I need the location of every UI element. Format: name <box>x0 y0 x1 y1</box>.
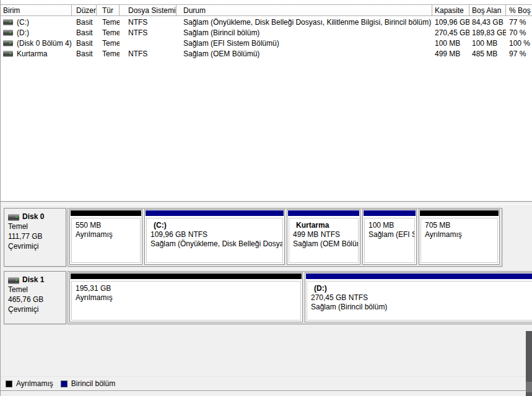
column-header-durum[interactable]: Durum <box>177 5 432 15</box>
partition-label: (D:) <box>311 284 530 293</box>
volume-list-pane: Birim Düzen Tür Dosya Sistemi Durum Kapa… <box>1 0 532 201</box>
disk0-info-panel[interactable]: Disk 0 Temel 111,77 GB Çevrimiçi <box>4 208 66 267</box>
partition-status: Sağlam (OEM Bölün <box>293 239 354 249</box>
partition-size: 499 MB NTFS <box>293 230 354 239</box>
volume-status: Sağlam (Önyükleme, Disk Belleği Dosyası,… <box>177 17 432 27</box>
volume-status: Sağlam (OEM Bölümü) <box>177 48 432 59</box>
column-header-dosya-sistemi[interactable]: Dosya Sistemi <box>120 5 177 15</box>
unallocated-band <box>71 273 302 279</box>
partition-kurtarma[interactable]: Kurtarma 499 MB NTFS Sağlam (OEM Bölün <box>287 209 360 265</box>
column-header-duzen[interactable]: Düzen <box>72 5 97 15</box>
volume-name: Kurtarma <box>17 50 47 58</box>
unallocated-band <box>71 210 141 216</box>
disk1-info-panel[interactable]: Disk 1 Temel 465,76 GB Çevrimiçi <box>4 271 66 324</box>
partition-size: 109,96 GB NTFS <box>150 230 279 239</box>
volume-type: Temel <box>97 48 120 59</box>
volume-capacity: 499 MB <box>432 48 469 59</box>
disk-type: Temel <box>8 285 62 295</box>
disk-size: 111,77 GB <box>8 231 62 241</box>
volume-layout: Basit <box>72 48 97 59</box>
volume-pct-free: 77 % <box>506 17 532 27</box>
partition-unallocated[interactable]: 705 MB Ayrılmamış <box>419 209 500 265</box>
volume-row-kurtarma[interactable]: Kurtarma Basit Temel NTFS Sağlam (OEM Bö… <box>1 48 532 59</box>
volume-pct-free: 97 % <box>506 48 532 59</box>
partition-status: Sağlam (Birincil bölüm) <box>311 303 530 312</box>
volume-rows: (C:) Basit Temel NTFS Sağlam (Önyükleme,… <box>1 17 532 59</box>
volume-fs: NTFS <box>120 27 177 38</box>
volume-icon <box>3 19 13 25</box>
partition-status: Ayrılmamış <box>76 293 297 303</box>
volume-fs <box>120 38 177 48</box>
volume-capacity: 100 MB <box>432 38 469 48</box>
volume-pct-free: 70 % <box>506 27 532 38</box>
volume-free: 84,43 GB <box>469 17 506 27</box>
volume-layout: Basit <box>72 27 97 38</box>
partition-efi[interactable]: 100 MB Sağlam (EFI Sis <box>362 209 417 265</box>
partition-status: Sağlam (EFI Sis <box>368 230 411 239</box>
volume-type: Temel <box>97 38 120 48</box>
partition-size: 195,31 GB <box>76 284 297 293</box>
column-header-tur[interactable]: Tür <box>97 5 120 15</box>
volume-free: 189,83 GB <box>469 27 506 38</box>
partition-size: 550 MB <box>76 221 136 230</box>
primary-band <box>146 210 284 216</box>
background-window-edge <box>526 331 532 396</box>
disk0-partitions: 550 MB Ayrılmamış (C:) 109,96 GB NTFS Sa… <box>68 208 502 267</box>
partition-d[interactable]: (D:) 270,45 GB NTFS Sağlam (Birincil böl… <box>305 272 532 322</box>
primary-band <box>306 273 532 279</box>
legend-item-unallocated: Ayrılmamış <box>6 379 53 388</box>
partition-status: Sağlam (Önyükleme, Disk Belleği Dosyas <box>150 239 279 249</box>
legend-label: Ayrılmamış <box>16 379 53 388</box>
volume-capacity: 270,45 GB <box>432 27 469 38</box>
volume-name: (Disk 0 Bölüm 4) <box>17 39 72 48</box>
column-header-bos-alan[interactable]: Boş Alan <box>469 5 506 15</box>
partition-size: 705 MB <box>425 221 494 230</box>
bottom-strip <box>1 392 532 396</box>
disk0-row: Disk 0 Temel 111,77 GB Çevrimiçi 550 MB … <box>4 208 532 267</box>
volume-status: Sağlam (EFI Sistem Bölümü) <box>177 38 432 48</box>
partition-status: Ayrılmamış <box>76 230 136 239</box>
disk-management-window: Birim Düzen Tür Dosya Sistemi Durum Kapa… <box>0 0 532 396</box>
disk-icon <box>8 214 19 220</box>
graphical-view-pane: Disk 0 Temel 111,77 GB Çevrimiçi 550 MB … <box>1 205 532 376</box>
column-header-birim[interactable]: Birim <box>1 5 72 15</box>
partition-label: (C:) <box>150 221 279 230</box>
unallocated-swatch <box>6 381 12 387</box>
legend-bar: Ayrılmamış Birincil bölüm <box>1 376 532 391</box>
volume-status: Sağlam (Birincil bölüm) <box>177 27 432 38</box>
disk1-partitions: 195,31 GB Ayrılmamış (D:) 270,45 GB NTFS… <box>68 271 532 324</box>
partition-unallocated[interactable]: 550 MB Ayrılmamış <box>69 209 142 265</box>
disk-type: Temel <box>8 222 62 231</box>
volume-icon <box>3 51 13 56</box>
partition-status: Ayrılmamış <box>425 230 494 239</box>
primary-partition-swatch <box>61 381 68 387</box>
partition-unallocated[interactable]: 195,31 GB Ayrılmamış <box>69 272 303 322</box>
volume-type: Temel <box>97 27 120 38</box>
volume-layout: Basit <box>72 38 97 48</box>
disk1-row: Disk 1 Temel 465,76 GB Çevrimiçi 195,31 … <box>4 271 532 324</box>
disk-size: 465,76 GB <box>8 295 62 304</box>
volume-icon <box>3 30 13 35</box>
volume-icon <box>3 40 13 46</box>
volume-pct-free: 100 % <box>506 38 532 48</box>
column-header-pct-bos[interactable]: % Boş <box>506 5 532 15</box>
volume-free: 100 MB <box>469 38 506 48</box>
column-header-kapasite[interactable]: Kapasite <box>432 5 469 15</box>
legend-item-primary: Birincil bölüm <box>61 379 115 388</box>
volume-fs: NTFS <box>120 48 177 59</box>
volume-free: 485 MB <box>469 48 506 59</box>
volume-row-c[interactable]: (C:) Basit Temel NTFS Sağlam (Önyükleme,… <box>1 17 532 27</box>
disk-title: Disk 0 <box>22 212 44 221</box>
volume-list-header: Birim Düzen Tür Dosya Sistemi Durum Kapa… <box>1 4 532 16</box>
unallocated-band <box>420 210 499 216</box>
volume-row-efi[interactable]: (Disk 0 Bölüm 4) Basit Temel Sağlam (EFI… <box>1 38 532 48</box>
volume-row-d[interactable]: (D:) Basit Temel NTFS Sağlam (Birincil b… <box>1 27 532 38</box>
primary-band <box>288 210 359 216</box>
volume-name: (D:) <box>17 28 29 37</box>
disk-icon <box>8 277 19 283</box>
volume-fs: NTFS <box>120 17 177 27</box>
scrollbar-thumb <box>526 382 532 392</box>
partition-c[interactable]: (C:) 109,96 GB NTFS Sağlam (Önyükleme, D… <box>144 209 285 265</box>
legend-label: Birincil bölüm <box>71 379 115 388</box>
volume-name: (C:) <box>17 18 29 27</box>
